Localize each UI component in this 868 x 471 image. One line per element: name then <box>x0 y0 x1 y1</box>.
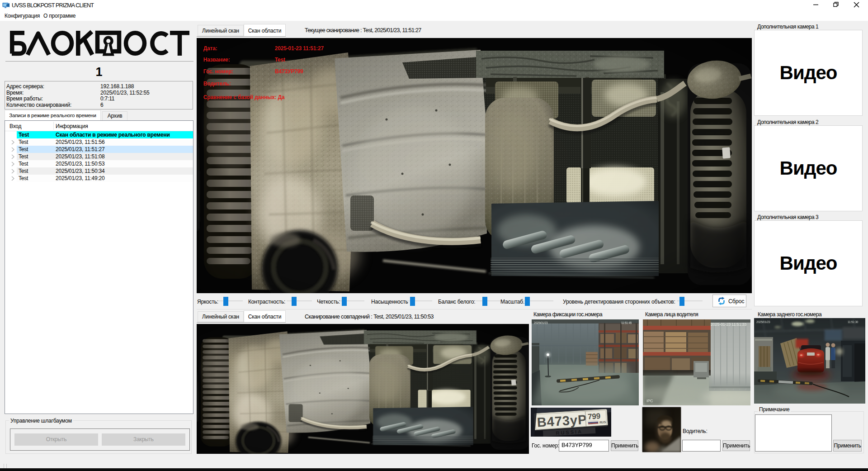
svg-text:2025/01/23: 2025/01/23 <box>756 320 770 324</box>
svg-text:2025-01-23 11:51:33: 2025-01-23 11:51:33 <box>711 322 746 327</box>
svg-text:799: 799 <box>588 412 601 421</box>
svg-text:IPC: IPC <box>646 399 653 403</box>
svg-text:2025/01/23: 2025/01/23 <box>534 321 548 324</box>
svg-text:11:51:30: 11:51:30 <box>848 320 859 324</box>
svg-text:RUS: RUS <box>599 420 606 424</box>
svg-text:11:51:45: 11:51:45 <box>621 321 632 324</box>
